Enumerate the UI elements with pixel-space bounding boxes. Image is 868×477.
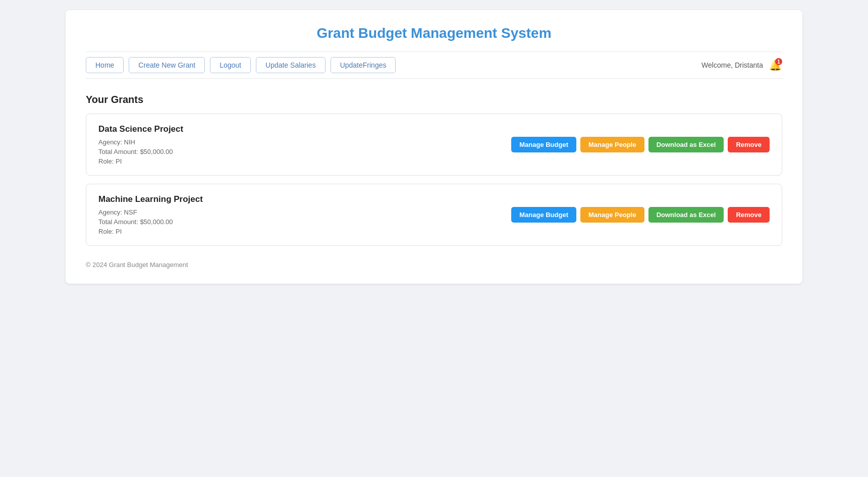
nav-bar: HomeCreate New GrantLogoutUpdate Salarie… [86,51,782,79]
grant-role-grant-2: Role: PI [98,228,203,235]
nav-btn-home[interactable]: Home [86,57,124,73]
grant-name-grant-1: Data Science Project [98,124,183,134]
grant-actions-grant-2: Manage BudgetManage PeopleDownload as Ex… [511,207,770,223]
grant-amount-grant-1: Total Amount: $50,000.00 [98,148,183,155]
user-area: Welcome, Dristanta 🔔 1 [701,58,782,72]
grant-role-grant-1: Role: PI [98,157,183,165]
grant-info-grant-2: Machine Learning ProjectAgency: NSFTotal… [98,194,203,235]
grant-card-grant-2: Machine Learning ProjectAgency: NSFTotal… [86,184,782,246]
header: Grant Budget Management System HomeCreat… [86,25,782,79]
app-container: Grant Budget Management System HomeCreat… [66,10,802,284]
nav-btn-update-salaries[interactable]: Update Salaries [256,57,326,73]
manage-budget-button-grant-2[interactable]: Manage Budget [511,207,576,223]
grants-section: Your Grants Data Science ProjectAgency: … [86,94,782,246]
manage-people-button-grant-1[interactable]: Manage People [580,137,644,152]
notification-badge: 1 [775,58,782,65]
remove-button-grant-1[interactable]: Remove [728,137,770,152]
grant-agency-grant-1: Agency: NIH [98,138,183,146]
footer-text: © 2024 Grant Budget Management [86,261,188,269]
manage-people-button-grant-2[interactable]: Manage People [580,207,644,223]
remove-button-grant-2[interactable]: Remove [728,207,770,223]
footer: © 2024 Grant Budget Management [86,261,782,269]
nav-btn-create-new-grant[interactable]: Create New Grant [129,57,205,73]
grants-list: Data Science ProjectAgency: NIHTotal Amo… [86,114,782,246]
notification-bell[interactable]: 🔔 1 [768,58,782,72]
grant-name-grant-2: Machine Learning Project [98,194,203,204]
nav-btn-update-fringes[interactable]: UpdateFringes [331,57,396,73]
grant-agency-grant-2: Agency: NSF [98,208,203,216]
nav-btn-logout[interactable]: Logout [210,57,251,73]
welcome-text: Welcome, Dristanta [701,61,763,69]
app-title: Grant Budget Management System [86,25,782,41]
grant-actions-grant-1: Manage BudgetManage PeopleDownload as Ex… [511,137,770,152]
grant-info-grant-1: Data Science ProjectAgency: NIHTotal Amo… [98,124,183,165]
grants-title: Your Grants [86,94,782,105]
grant-amount-grant-2: Total Amount: $50,000.00 [98,218,203,226]
manage-budget-button-grant-1[interactable]: Manage Budget [511,137,576,152]
download-excel-button-grant-2[interactable]: Download as Excel [648,207,724,223]
grant-card-grant-1: Data Science ProjectAgency: NIHTotal Amo… [86,114,782,176]
nav-links: HomeCreate New GrantLogoutUpdate Salarie… [86,57,396,73]
download-excel-button-grant-1[interactable]: Download as Excel [648,137,724,152]
